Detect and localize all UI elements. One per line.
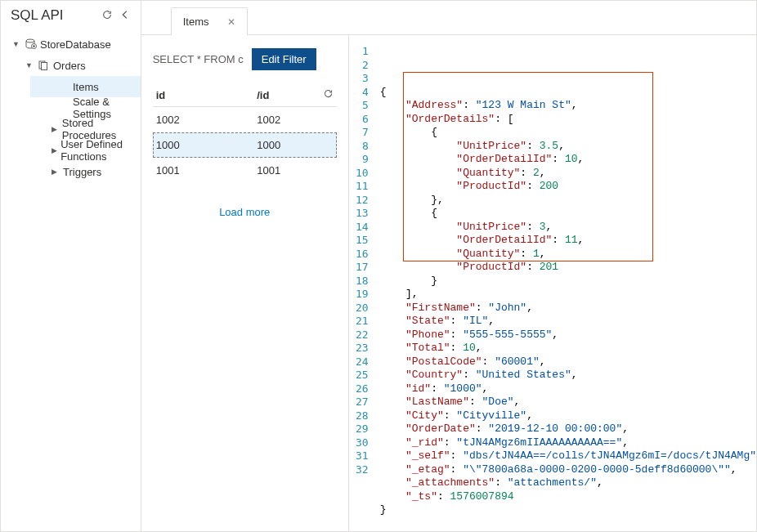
col-partition-key[interactable]: /id <box>253 83 317 107</box>
tabbar: Items ✕ <box>141 1 756 35</box>
caret-down-icon: ▼ <box>12 40 20 48</box>
tree-database[interactable]: ▼ StoreDatabase <box>4 34 141 55</box>
svg-point-0 <box>26 39 34 42</box>
main: Items ✕ SELECT * FROM c Edit Filter id /… <box>141 1 756 531</box>
tree-collection[interactable]: ▼ Orders <box>17 55 141 76</box>
sidebar-title: SQL API <box>11 7 64 24</box>
load-more-link[interactable]: Load more <box>153 206 337 218</box>
tree-database-label: StoreDatabase <box>40 38 111 51</box>
caret-down-icon: ▼ <box>25 61 34 69</box>
tree-stored-procedures[interactable]: ▶ Stored Procedures <box>30 118 141 140</box>
tab-items[interactable]: Items ✕ <box>171 7 248 35</box>
close-icon[interactable]: ✕ <box>227 16 235 28</box>
database-icon <box>24 38 37 50</box>
collapse-left-icon[interactable] <box>119 9 131 23</box>
svg-rect-3 <box>42 63 47 70</box>
line-gutter: 1 2 3 4 5 6 7 8 9 10 11 12 13 14 15 16 1… <box>349 45 374 476</box>
col-refresh[interactable] <box>317 83 337 107</box>
items-table: id /id 100210021000100010011001 <box>153 83 337 183</box>
caret-right-icon: ▶ <box>52 168 60 176</box>
col-id[interactable]: id <box>153 83 253 107</box>
table-row[interactable]: 10001000 <box>153 132 337 158</box>
editor-pane[interactable]: 1 2 3 4 5 6 7 8 9 10 11 12 13 14 15 16 1… <box>349 35 756 531</box>
items-pane: SELECT * FROM c Edit Filter id /id 1002 <box>141 35 349 531</box>
tree-items[interactable]: Items <box>30 76 141 97</box>
refresh-icon[interactable] <box>101 9 113 23</box>
caret-right-icon: ▶ <box>52 146 57 154</box>
sidebar: SQL API ▼ StoreDatabase ▼ <box>1 1 141 531</box>
table-row[interactable]: 10011001 <box>153 158 337 183</box>
caret-right-icon: ▶ <box>52 125 59 133</box>
edit-filter-button[interactable]: Edit Filter <box>252 48 316 70</box>
tree-collection-label: Orders <box>53 60 86 72</box>
collection-icon <box>37 60 50 71</box>
tree: ▼ StoreDatabase ▼ Orders Items <box>1 34 141 182</box>
tree-triggers[interactable]: ▶ Triggers <box>30 161 141 182</box>
json-code[interactable]: { "Address": "123 W Main St", "OrderDeta… <box>380 86 756 517</box>
filter-query-text: SELECT * FROM c <box>153 53 244 65</box>
table-row[interactable]: 10021002 <box>153 107 337 133</box>
tree-scale-settings[interactable]: Scale & Settings <box>30 97 141 118</box>
tree-user-defined-functions[interactable]: ▶ User Defined Functions <box>30 140 141 161</box>
tab-label: Items <box>183 16 209 28</box>
